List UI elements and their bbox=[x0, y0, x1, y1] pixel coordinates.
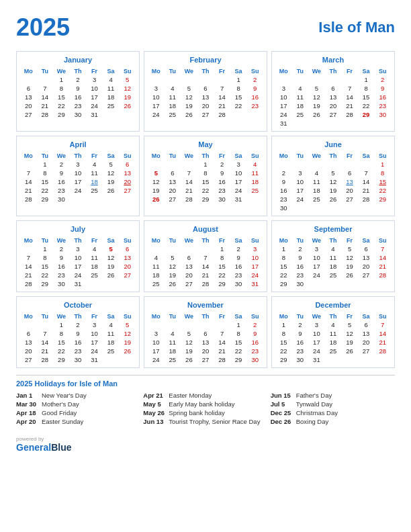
calendar-day: 2 bbox=[275, 169, 292, 177]
holiday-name: Easter Sunday bbox=[42, 418, 83, 425]
weekday-header: We bbox=[181, 152, 197, 160]
calendar-day: 8 bbox=[275, 253, 292, 262]
holiday-date: Jun 13 bbox=[143, 418, 165, 425]
calendar-day: 15 bbox=[53, 93, 70, 101]
month-title: August bbox=[148, 224, 263, 234]
calendar-day bbox=[292, 204, 309, 212]
calendar-day: 4 bbox=[148, 253, 165, 262]
calendar-day: 6 bbox=[181, 253, 197, 262]
calendar-day: 20 bbox=[181, 271, 197, 279]
calendar-day: 17 bbox=[230, 177, 247, 186]
calendar-day: 8 bbox=[37, 169, 54, 177]
weekday-header: Su bbox=[374, 236, 391, 245]
calendar-day: 6 bbox=[197, 84, 214, 93]
calendar-day: 13 bbox=[325, 93, 342, 101]
calendar-day: 8 bbox=[53, 84, 70, 93]
calendar-day: 29 bbox=[374, 195, 391, 204]
calendar-day: 11 bbox=[165, 338, 181, 347]
calendar-day bbox=[246, 195, 263, 204]
holiday-date: Apr 21 bbox=[143, 392, 165, 399]
calendar-day: 25 bbox=[86, 186, 103, 195]
calendar-day: 5 bbox=[165, 253, 181, 262]
calendar-day: 27 bbox=[20, 355, 37, 364]
calendar-day: 6 bbox=[165, 169, 181, 177]
holiday-item: May 5Early May bank holiday bbox=[143, 400, 267, 408]
weekday-header: Sa bbox=[230, 67, 247, 75]
calendar-day: 14 bbox=[214, 338, 230, 347]
calendar-day: 24 bbox=[86, 101, 103, 110]
calendar-day: 24 bbox=[148, 110, 165, 119]
calendar-day: 10 bbox=[70, 253, 87, 262]
calendar-day: 28 bbox=[37, 355, 54, 364]
calendar-day: 22 bbox=[37, 271, 54, 279]
calendar-day bbox=[86, 195, 103, 204]
calendar-day: 3 bbox=[230, 160, 247, 169]
calendar-day: 30 bbox=[374, 110, 391, 119]
weekday-header: We bbox=[181, 312, 197, 320]
holiday-item: Dec 26Boxing Day bbox=[271, 418, 395, 425]
calendar-day: 23 bbox=[53, 271, 70, 279]
calendar-day: 25 bbox=[86, 271, 103, 279]
calendar-day: 10 bbox=[275, 93, 292, 101]
calendar-day: 28 bbox=[374, 271, 391, 279]
calendar-table: MoTuWeThFrSaSu12345678910111213141516171… bbox=[20, 236, 136, 288]
weekday-header: Fr bbox=[86, 152, 103, 160]
holiday-item: Jul 5Tynwald Day bbox=[271, 400, 395, 408]
holiday-item: Jun 15Father's Day bbox=[271, 392, 395, 399]
calendar-day: 11 bbox=[86, 169, 103, 177]
calendar-day: 15 bbox=[275, 338, 292, 347]
calendar-day: 17 bbox=[86, 338, 103, 347]
month-title: June bbox=[275, 139, 391, 150]
calendar-day: 5 bbox=[181, 329, 197, 338]
calendar-day: 31 bbox=[230, 195, 247, 204]
calendar-day: 11 bbox=[103, 84, 120, 93]
calendar-day: 7 bbox=[374, 320, 391, 329]
calendar-day: 4 bbox=[103, 320, 120, 329]
calendar-day bbox=[148, 75, 165, 84]
calendar-day: 28 bbox=[214, 355, 230, 364]
holiday-item: Jan 1New Year's Day bbox=[16, 392, 140, 399]
calendar-day: 16 bbox=[374, 93, 391, 101]
calendar-day: 26 bbox=[341, 347, 358, 355]
calendar-day: 1 bbox=[53, 75, 70, 84]
calendar-day: 1 bbox=[275, 245, 292, 253]
calendar-day: 16 bbox=[70, 338, 87, 347]
calendar-day: 7 bbox=[37, 329, 54, 338]
holiday-date: Mar 30 bbox=[16, 400, 38, 408]
calendar-day: 3 bbox=[275, 84, 292, 93]
calendar-day: 2 bbox=[53, 245, 70, 253]
calendar-day: 9 bbox=[70, 84, 87, 93]
calendar-day bbox=[37, 75, 54, 84]
weekday-header: Su bbox=[119, 312, 136, 320]
month-october: OctoberMoTuWeThFrSaSu1234567891011121314… bbox=[16, 296, 140, 368]
weekday-header: Sa bbox=[230, 312, 247, 320]
calendar-day: 13 bbox=[341, 177, 358, 186]
calendar-day: 8 bbox=[197, 169, 214, 177]
calendar-day bbox=[197, 245, 214, 253]
calendar-day: 28 bbox=[214, 110, 230, 119]
calendar-day: 25 bbox=[325, 271, 342, 279]
weekday-header: Fr bbox=[341, 312, 358, 320]
calendar-day bbox=[103, 195, 120, 204]
month-january: JanuaryMoTuWeThFrSaSu1234567891011121314… bbox=[16, 51, 140, 132]
calendar-day: 17 bbox=[246, 262, 263, 271]
calendar-day: 27 bbox=[341, 195, 358, 204]
holidays-section: 2025 Holidays for Isle of Man Jan 1New Y… bbox=[16, 375, 395, 427]
calendar-day bbox=[325, 75, 342, 84]
holiday-name: Good Friday bbox=[42, 409, 77, 416]
weekday-header: Tu bbox=[37, 312, 54, 320]
calendar-day: 16 bbox=[53, 177, 70, 186]
weekday-header: Su bbox=[374, 152, 391, 160]
calendar-day: 25 bbox=[148, 279, 165, 288]
holiday-item: Jun 13Tourist Trophy, Senior Race Day bbox=[143, 418, 267, 425]
calendar-day: 8 bbox=[374, 169, 391, 177]
calendar-day: 20 bbox=[20, 347, 37, 355]
calendar-day bbox=[358, 279, 375, 288]
weekday-header: Fr bbox=[341, 152, 358, 160]
calendar-day: 27 bbox=[197, 355, 214, 364]
calendar-day: 14 bbox=[20, 262, 37, 271]
calendar-day: 28 bbox=[20, 195, 37, 204]
calendar-day: 6 bbox=[358, 245, 375, 253]
calendar-day: 5 bbox=[148, 169, 165, 177]
month-title: February bbox=[148, 54, 263, 65]
